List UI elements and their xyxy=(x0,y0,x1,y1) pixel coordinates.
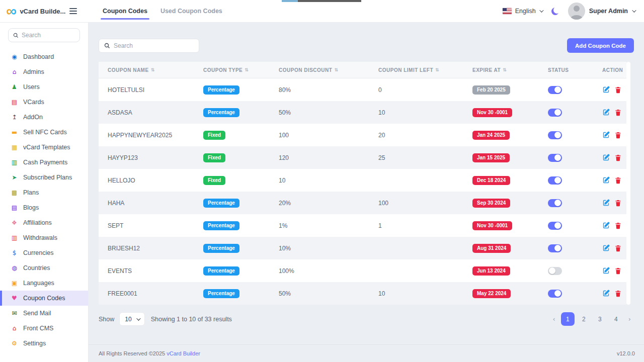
edit-icon[interactable] xyxy=(602,222,610,229)
status-toggle[interactable] xyxy=(548,176,562,185)
add-coupon-code-button[interactable]: Add Coupon Code xyxy=(567,38,634,53)
expire-at-cell: Dec 18 2024 xyxy=(463,176,539,185)
coupon-discount-cell: 120 xyxy=(270,154,369,161)
status-cell xyxy=(539,267,593,275)
sidebar-item-settings[interactable]: ⚙ Settings xyxy=(0,336,88,351)
status-toggle[interactable] xyxy=(548,154,562,162)
edit-icon[interactable] xyxy=(602,176,610,184)
tab-coupon-codes[interactable]: Coupon Codes xyxy=(103,0,147,22)
delete-icon[interactable] xyxy=(614,267,622,275)
status-toggle[interactable] xyxy=(548,267,562,275)
sidebar-item-withdrawals[interactable]: ▥ Withdrawals xyxy=(0,230,88,245)
sidebar-item-dashboard[interactable]: ◉ Dashboard xyxy=(0,49,88,64)
status-toggle[interactable] xyxy=(548,199,562,207)
column-header-expire[interactable]: EXPIRE AT ⇅ xyxy=(463,67,539,73)
delete-icon[interactable] xyxy=(614,199,622,207)
status-toggle[interactable] xyxy=(548,244,562,252)
copyright-prefix: All Rights Reserved ©2025 xyxy=(99,350,167,356)
sidebar-item-countries[interactable]: ◍ Countries xyxy=(0,260,88,276)
show-label: Show xyxy=(99,316,114,323)
sidebar-item-front-cms[interactable]: ⌂ Front CMS xyxy=(0,321,88,336)
expire-at-cell: Sep 30 2024 xyxy=(463,199,539,208)
table-search-input[interactable] xyxy=(114,42,194,49)
blogs-icon: ▤ xyxy=(11,205,18,211)
edit-icon[interactable] xyxy=(602,199,610,207)
hamburger-menu-icon[interactable] xyxy=(69,8,77,14)
coupon-type-cell: Percentage xyxy=(194,85,270,95)
delete-icon[interactable] xyxy=(614,244,622,252)
user-menu[interactable]: Super Admin xyxy=(568,3,635,20)
table-scrollbar[interactable] xyxy=(626,62,630,305)
page-button-3[interactable]: 3 xyxy=(593,312,607,326)
delete-icon[interactable] xyxy=(614,131,622,139)
sidebar-item-cash-payments[interactable]: ▥ Cash Payments xyxy=(0,155,88,170)
sort-icon: ⇅ xyxy=(435,67,439,72)
page-number-list: 1234 xyxy=(561,312,623,326)
brand-footer-link[interactable]: vCard Builder xyxy=(167,350,200,356)
status-toggle[interactable] xyxy=(548,290,562,298)
delete-icon[interactable] xyxy=(614,86,622,94)
expire-at-cell: Jun 13 2024 xyxy=(463,266,539,276)
edit-icon[interactable] xyxy=(602,109,610,116)
chevron-down-icon xyxy=(539,8,543,12)
status-toggle[interactable] xyxy=(548,109,562,117)
dark-mode-moon-icon[interactable] xyxy=(551,8,559,15)
edit-icon[interactable] xyxy=(602,244,610,252)
edit-icon[interactable] xyxy=(602,86,610,94)
sidebar-item-currencies[interactable]: $ Currencies xyxy=(0,245,88,260)
coupon-name-cell: HAPPYNEWYEAR2025 xyxy=(99,132,194,139)
coupon-name-cell: BRIJESH12 xyxy=(99,245,194,252)
edit-icon[interactable] xyxy=(602,154,610,161)
language-selector[interactable]: English xyxy=(503,8,542,15)
prev-page-button[interactable]: ‹ xyxy=(550,315,558,323)
table-row: SEPT Percentage 1% 1 Nov 30 -0001 xyxy=(99,214,626,237)
column-header-name[interactable]: COUPON NAME ⇅ xyxy=(99,67,194,73)
delete-icon[interactable] xyxy=(614,222,622,229)
sidebar-item-plans[interactable]: ▩ Plans xyxy=(0,185,88,200)
sidebar-item-addon[interactable]: ↥ AddOn xyxy=(0,110,88,125)
status-toggle[interactable] xyxy=(548,86,562,94)
page-footer: All Rights Reserved ©2025 vCard Builder … xyxy=(89,344,644,362)
sidebar-item-admins[interactable]: ⌂ Admins xyxy=(0,64,88,79)
sidebar-item-send-mail[interactable]: ✉ Send Mail xyxy=(0,306,88,321)
page-button-4[interactable]: 4 xyxy=(609,312,623,326)
tab-used-coupon-codes[interactable]: Used Coupon Codes xyxy=(160,0,222,22)
column-header-action[interactable]: ACTION xyxy=(593,67,626,73)
sidebar-item-blogs[interactable]: ▤ Blogs xyxy=(0,200,88,215)
delete-icon[interactable] xyxy=(614,290,622,297)
sidebar-item-vcard-templates[interactable]: ▦ vCard Templates xyxy=(0,140,88,155)
table-row: HAPPYNEWYEAR2025 Fixed 100 20 Jan 24 202… xyxy=(99,124,626,146)
table-controls: Add Coupon Code xyxy=(99,38,634,53)
sidebar-item-users[interactable]: ♟ Users xyxy=(0,79,88,95)
page-button-2[interactable]: 2 xyxy=(577,312,591,326)
column-header-limit[interactable]: COUPON LIMIT LEFT ⇅ xyxy=(369,67,463,73)
expire-date-badge: Jan 24 2025 xyxy=(472,131,510,140)
page-button-1[interactable]: 1 xyxy=(561,312,575,326)
column-header-status[interactable]: STATUS xyxy=(539,67,593,73)
sidebar-item-vcards[interactable]: ▤ VCards xyxy=(0,95,88,110)
page-tabs: Coupon Codes Used Coupon Codes xyxy=(103,0,222,22)
page-size-select[interactable]: 10 xyxy=(119,312,144,326)
coupon-name-cell: FREE0001 xyxy=(99,290,194,297)
column-header-discount[interactable]: COUPON DISCOUNT ⇅ xyxy=(270,67,369,73)
sidebar-item-affiliations[interactable]: ❖ Affiliations xyxy=(0,215,88,230)
edit-icon[interactable] xyxy=(602,131,610,139)
edit-icon[interactable] xyxy=(602,290,610,297)
sidebar-item-sell-nfc-cards[interactable]: ▬ Sell NFC Cards xyxy=(0,125,88,140)
delete-icon[interactable] xyxy=(614,109,622,116)
coupon-discount-cell: 50% xyxy=(270,109,369,116)
status-toggle[interactable] xyxy=(548,222,562,230)
coupon-discount-cell: 10% xyxy=(270,245,369,252)
sidebar-item-subscribed-plans[interactable]: ➤ Subscribed Plans xyxy=(0,170,88,185)
next-page-button[interactable]: › xyxy=(625,315,634,323)
column-header-type[interactable]: COUPON TYPE ⇅ xyxy=(194,67,270,73)
delete-icon[interactable] xyxy=(614,154,622,161)
sidebar-item-languages[interactable]: ▣ Languages xyxy=(0,276,88,291)
sidebar-search-input[interactable] xyxy=(22,32,75,39)
status-toggle[interactable] xyxy=(548,131,562,139)
table-row: EVENTS Percentage 100% Jun 13 2024 xyxy=(99,259,626,282)
currencies-icon: $ xyxy=(11,250,18,256)
edit-icon[interactable] xyxy=(602,267,610,275)
sidebar-item-coupon-codes[interactable]: ♥ Coupon Codes xyxy=(0,291,88,306)
delete-icon[interactable] xyxy=(614,176,622,184)
